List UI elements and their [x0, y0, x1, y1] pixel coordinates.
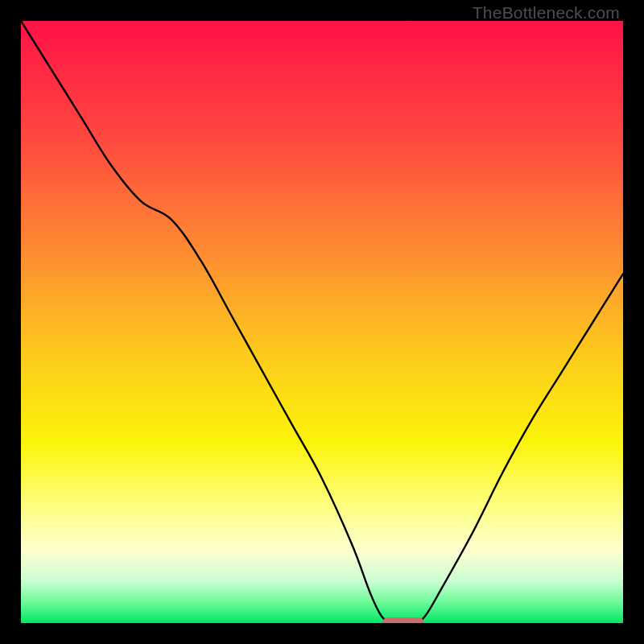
chart-frame: TheBottleneck.com	[0, 0, 644, 644]
optimal-range-marker	[382, 617, 424, 623]
plot-area	[21, 21, 623, 623]
bottleneck-curve	[21, 21, 623, 623]
watermark-text: TheBottleneck.com	[473, 3, 620, 23]
